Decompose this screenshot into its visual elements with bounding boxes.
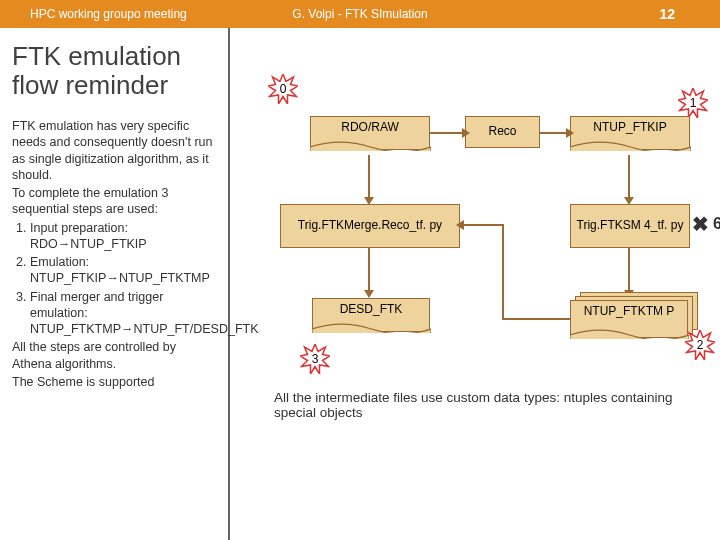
body-li2: Emulation: NTUP_FTKIP→NTUP_FTKTMP xyxy=(30,254,217,287)
body-p3: All the steps are controlled by Athena a… xyxy=(12,339,217,372)
slide-title: FTK emulation flow reminder xyxy=(12,42,181,99)
conn-rdo-reco xyxy=(430,132,464,134)
box-ntuptmp-label: NTUP_FTKTM P xyxy=(584,305,675,318)
diagram-caption: All the intermediate files use custom da… xyxy=(274,390,694,420)
conn-rdo-merge xyxy=(368,155,370,199)
conn-tmp-v xyxy=(502,224,504,320)
burst-0: 0 xyxy=(268,74,298,104)
box-sm4: Trig.FTKSM 4_tf. py xyxy=(570,204,690,248)
burst-1-label: 1 xyxy=(690,96,697,110)
title-line1: FTK emulation xyxy=(12,42,181,71)
box-ntup-ftkip-label: NTUP_FTKIP xyxy=(593,121,666,134)
body-p1: FTK emulation has very specific needs an… xyxy=(12,118,217,183)
burst-3: 3 xyxy=(300,344,330,374)
box-merge: Trig.FTKMerge.Reco_tf. py xyxy=(280,204,460,248)
title-line2: flow reminder xyxy=(12,71,181,100)
conn-tmp-h xyxy=(502,318,570,320)
box-rdo-raw: RDO/RAW xyxy=(310,116,430,150)
arrow-merge-desd xyxy=(364,290,374,298)
burst-1: 1 xyxy=(678,88,708,118)
vertical-divider xyxy=(228,28,230,540)
body-li3: Final merger and trigger emulation: NTUP… xyxy=(30,289,217,338)
box-ntuptmp: NTUP_FTKTM P xyxy=(570,300,688,338)
burst-0-label: 0 xyxy=(280,82,287,96)
page-number: 12 xyxy=(659,6,675,22)
conn-ip-sm4 xyxy=(628,155,630,199)
author-title: G. Volpi - FTK SImulation xyxy=(292,7,427,21)
box-rdo-raw-label: RDO/RAW xyxy=(341,121,399,134)
arrow-tmp-merge xyxy=(456,220,464,230)
top-bar: HPC working groupo meeting G. Volpi - FT… xyxy=(0,0,720,28)
box-sm4-label: Trig.FTKSM 4_tf. py xyxy=(577,219,684,232)
multiplier-value: 64 xyxy=(713,215,720,233)
conn-merge-desd xyxy=(368,248,370,292)
box-reco-label: Reco xyxy=(488,125,516,138)
burst-2-label: 2 xyxy=(697,338,704,352)
box-merge-label: Trig.FTKMerge.Reco_tf. py xyxy=(298,219,442,232)
arrow-rdo-reco xyxy=(462,128,470,138)
burst-2: 2 xyxy=(685,330,715,360)
box-desd-label: DESD_FTK xyxy=(340,303,403,316)
conn-tmp-h2 xyxy=(462,224,504,226)
multiply-icon: ✖ xyxy=(692,212,709,236)
arrow-reco-ip xyxy=(566,128,574,138)
conn-sm4-tmp xyxy=(628,248,630,292)
body-p4: The Scheme is supported xyxy=(12,374,217,390)
multiplier: ✖ 64 xyxy=(692,212,720,236)
conn-reco-ip xyxy=(540,132,568,134)
flow-diagram: 0 1 RDO/RAW Reco NTUP_FTKIP Trig.FTKMerg… xyxy=(240,60,720,540)
body-text: FTK emulation has very specific needs an… xyxy=(12,118,217,392)
burst-3-label: 3 xyxy=(312,352,319,366)
body-li1: Input preparation: RDO→NTUP_FTKIP xyxy=(30,220,217,253)
meeting-name: HPC working groupo meeting xyxy=(30,7,187,21)
body-p2: To complete the emulation 3 sequential s… xyxy=(12,185,217,218)
box-desd: DESD_FTK xyxy=(312,298,430,332)
box-ntup-ftkip: NTUP_FTKIP xyxy=(570,116,690,150)
box-reco: Reco xyxy=(465,116,540,148)
